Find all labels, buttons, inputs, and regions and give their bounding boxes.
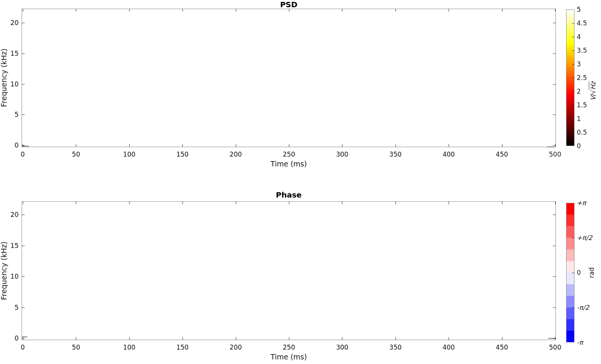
psd-colorbar-tick-label: 3.5 bbox=[577, 47, 594, 54]
phase-x-tick-top bbox=[23, 201, 23, 204]
phase-x-tick-label: 200 bbox=[224, 344, 247, 351]
phase-y-tick-right bbox=[553, 308, 556, 308]
phase-x-tick bbox=[76, 337, 76, 340]
psd-colorbar-tick bbox=[572, 37, 574, 37]
phase-x-tick bbox=[289, 337, 289, 340]
psd-x-tick bbox=[23, 144, 23, 147]
phase-y-tick bbox=[22, 246, 25, 246]
phase-y-tick-label: 0 bbox=[0, 334, 19, 342]
psd-colorbar-tick bbox=[572, 91, 574, 92]
psd-colorbar-tick bbox=[572, 50, 574, 51]
phase-y-tick bbox=[22, 215, 25, 215]
psd-colorbar-label-v: V bbox=[589, 96, 597, 100]
psd-x-tick-top bbox=[342, 9, 342, 12]
phase-colorbar-tick-label: +π bbox=[577, 199, 599, 207]
phase-x-tick bbox=[129, 337, 130, 340]
phase-colorbar-tick bbox=[572, 238, 574, 238]
psd-x-tick-label: 150 bbox=[171, 151, 194, 158]
psd-x-tick-label: 350 bbox=[384, 151, 407, 158]
psd-x-tick-label: 100 bbox=[118, 151, 141, 158]
psd-axes-frame bbox=[22, 9, 556, 147]
psd-colorbar-tick-label: 1.5 bbox=[577, 101, 594, 109]
psd-ylabel: Frequency (kHz) bbox=[0, 49, 8, 107]
psd-y-tick-right bbox=[553, 84, 556, 85]
psd-x-tick-top bbox=[236, 9, 236, 12]
phase-x-tick bbox=[23, 337, 23, 340]
psd-y-tick bbox=[22, 53, 25, 54]
psd-x-tick bbox=[129, 144, 130, 147]
phase-x-tick-label: 400 bbox=[437, 344, 460, 351]
phase-x-tick-label: 450 bbox=[491, 344, 513, 351]
psd-colorbar-tick bbox=[572, 119, 574, 119]
phase-x-tick-top bbox=[449, 201, 449, 204]
psd-colorbar-tick-label: 0.5 bbox=[577, 129, 594, 136]
psd-y-tick-right bbox=[553, 145, 556, 146]
psd-y-tick bbox=[22, 23, 25, 23]
psd-x-tick bbox=[555, 144, 555, 147]
psd-y-tick-label: 5 bbox=[0, 111, 19, 118]
psd-x-tick-label: 300 bbox=[331, 151, 353, 158]
psd-x-tick-top bbox=[129, 9, 130, 12]
psd-colorbar-tick bbox=[572, 132, 574, 133]
psd-x-tick bbox=[236, 144, 236, 147]
psd-x-tick-label: 50 bbox=[64, 151, 87, 158]
phase-x-tick-top bbox=[76, 201, 76, 204]
psd-x-tick-label: 400 bbox=[437, 151, 460, 158]
phase-ylabel: Frequency (kHz) bbox=[0, 242, 8, 300]
psd-y-tick bbox=[22, 84, 25, 85]
psd-y-tick-right bbox=[553, 23, 556, 23]
phase-x-tick-label: 500 bbox=[544, 344, 566, 351]
phase-y-tick-right bbox=[553, 215, 556, 215]
psd-x-tick bbox=[449, 144, 449, 147]
psd-x-tick-label: 0 bbox=[11, 151, 34, 158]
psd-x-tick bbox=[502, 144, 502, 147]
phase-x-tick-top bbox=[236, 201, 236, 204]
phase-x-tick bbox=[342, 337, 342, 340]
psd-x-tick-top bbox=[449, 9, 449, 12]
phase-y-tick-label: 15 bbox=[0, 242, 19, 249]
psd-y-tick bbox=[22, 145, 25, 146]
psd-colorbar-tick-label: 2.5 bbox=[577, 74, 594, 82]
psd-x-tick-label: 250 bbox=[278, 151, 300, 158]
psd-corner-dash-right bbox=[547, 146, 554, 147]
psd-colorbar-tick-label: 4 bbox=[577, 33, 594, 41]
psd-y-tick-right bbox=[553, 53, 556, 54]
psd-colorbar-tick-label: 5 bbox=[577, 6, 594, 13]
phase-colorbar-tick-label: -π/2 bbox=[577, 304, 599, 311]
phase-x-tick bbox=[449, 337, 449, 340]
phase-x-tick-top bbox=[182, 201, 183, 204]
phase-colorbar-tick bbox=[572, 308, 574, 308]
psd-colorbar-tick-label: 4.5 bbox=[577, 19, 594, 27]
phase-x-tick-label: 150 bbox=[171, 344, 194, 351]
phase-axes-frame bbox=[22, 201, 556, 340]
phase-y-tick bbox=[22, 338, 25, 339]
psd-x-tick-top bbox=[502, 9, 502, 12]
phase-y-tick-label: 10 bbox=[0, 273, 19, 280]
phase-x-tick bbox=[182, 337, 183, 340]
phase-x-tick-label: 250 bbox=[278, 344, 300, 351]
psd-y-tick-label: 15 bbox=[0, 50, 19, 57]
phase-x-tick-top bbox=[502, 201, 502, 204]
phase-colorbar-tick bbox=[572, 273, 574, 273]
phase-x-tick-label: 0 bbox=[11, 344, 34, 351]
psd-y-tick-label: 10 bbox=[0, 80, 19, 88]
psd-y-tick-label: 0 bbox=[0, 141, 19, 149]
phase-x-tick-label: 50 bbox=[64, 344, 87, 351]
phase-x-tick-top bbox=[395, 201, 396, 204]
phase-xlabel: Time (ms) bbox=[22, 353, 556, 361]
psd-title: PSD bbox=[22, 0, 556, 9]
phase-title: Phase bbox=[22, 190, 556, 199]
figure: PSD Frequency (kHz) Time (ms) V/√Hz Phas… bbox=[0, 0, 601, 364]
psd-x-tick-top bbox=[182, 9, 183, 12]
psd-x-tick-top bbox=[289, 9, 289, 12]
phase-x-tick bbox=[395, 337, 396, 340]
psd-x-tick bbox=[342, 144, 342, 147]
phase-x-tick bbox=[555, 337, 555, 340]
psd-x-tick bbox=[76, 144, 76, 147]
psd-x-tick-label: 200 bbox=[224, 151, 247, 158]
phase-y-tick bbox=[22, 308, 25, 308]
psd-xlabel: Time (ms) bbox=[22, 160, 556, 168]
psd-y-tick bbox=[22, 115, 25, 115]
psd-colorbar-tick-label: 0 bbox=[577, 142, 594, 150]
phase-x-tick-top bbox=[129, 201, 130, 204]
